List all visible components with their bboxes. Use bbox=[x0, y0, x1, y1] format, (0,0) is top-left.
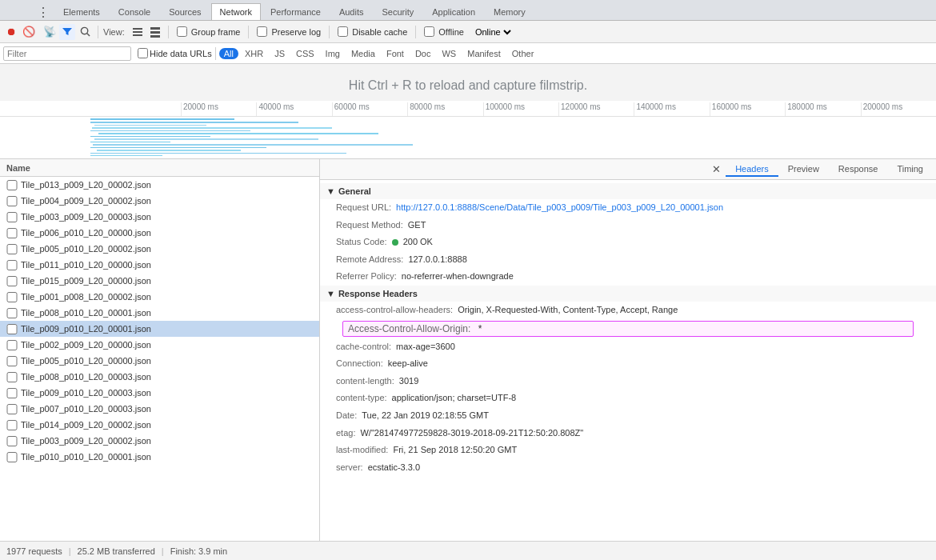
svg-rect-15 bbox=[94, 138, 318, 140]
fetch-xhr-icon[interactable]: 📡 bbox=[42, 24, 58, 40]
devtools-menu-icon[interactable]: ⋮ bbox=[32, 5, 54, 20]
large-rows-icon[interactable] bbox=[147, 24, 163, 40]
file-item-10[interactable]: Tile_p002_p009_L20_00000.json bbox=[0, 337, 319, 353]
file-checkbox-4[interactable] bbox=[6, 244, 18, 254]
response-header-row-5: content-type: application/json; charset=… bbox=[320, 390, 936, 407]
svg-line-1 bbox=[86, 34, 89, 36]
file-checkbox-15[interactable] bbox=[6, 420, 18, 430]
file-item-12[interactable]: Tile_p008_p010_L20_00003.json bbox=[0, 369, 319, 385]
detail-tab-response[interactable]: Response bbox=[829, 162, 888, 177]
filter-css-btn[interactable]: CSS bbox=[291, 48, 319, 59]
filter-other-btn[interactable]: Other bbox=[507, 48, 539, 59]
record-button[interactable]: ⏺ bbox=[3, 24, 19, 40]
offline-checkbox-group[interactable]: Offline bbox=[424, 26, 464, 37]
tab-sources[interactable]: Sources bbox=[160, 3, 210, 20]
file-item-7[interactable]: Tile_p001_p008_L20_00002.json bbox=[0, 289, 319, 305]
filter-font-btn[interactable]: Font bbox=[382, 48, 409, 59]
hide-data-urls-group[interactable]: Hide data URLs bbox=[138, 48, 212, 58]
search-icon[interactable] bbox=[77, 24, 93, 40]
filter-icon[interactable] bbox=[59, 24, 75, 40]
file-checkbox-3[interactable] bbox=[6, 228, 18, 238]
tab-audits[interactable]: Audits bbox=[330, 3, 373, 20]
response-header-value-0: Origin, X-Requested-With, Content-Type, … bbox=[458, 303, 678, 318]
file-checkbox-2[interactable] bbox=[6, 212, 18, 222]
file-checkbox-0[interactable] bbox=[6, 180, 18, 190]
file-item-14[interactable]: Tile_p007_p010_L20_00003.json bbox=[0, 401, 319, 417]
file-item-4[interactable]: Tile_p005_p010_L20_00002.json bbox=[0, 241, 319, 257]
timeline-ruler: 20000 ms 40000 ms 60000 ms 80000 ms 1000… bbox=[0, 102, 936, 117]
general-section-header[interactable]: ▼ General bbox=[320, 183, 936, 199]
response-header-value-5: application/json; charset=UTF-8 bbox=[392, 391, 517, 406]
file-item-11[interactable]: Tile_p005_p010_L20_00000.json bbox=[0, 353, 319, 369]
file-item-15[interactable]: Tile_p014_p009_L20_00002.json bbox=[0, 417, 319, 433]
file-checkbox-1[interactable] bbox=[6, 196, 18, 206]
file-checkbox-16[interactable] bbox=[6, 436, 18, 446]
file-checkbox-13[interactable] bbox=[6, 388, 18, 398]
file-item-2[interactable]: Tile_p003_p009_L20_00003.json bbox=[0, 209, 319, 225]
filter-input[interactable] bbox=[3, 46, 131, 61]
file-checkbox-11[interactable] bbox=[6, 356, 18, 366]
list-view-icon[interactable] bbox=[130, 24, 146, 40]
filter-ws-btn[interactable]: WS bbox=[437, 48, 461, 59]
filter-doc-btn[interactable]: Doc bbox=[410, 48, 436, 59]
detail-body[interactable]: ▼ General Request URL: http://127.0.0.1:… bbox=[320, 180, 936, 541]
file-checkbox-6[interactable] bbox=[6, 276, 18, 286]
file-item-0[interactable]: Tile_p013_p009_L20_00002.json bbox=[0, 177, 319, 193]
detail-close-btn[interactable]: ✕ bbox=[707, 162, 726, 177]
filter-xhr-btn[interactable]: XHR bbox=[240, 48, 268, 59]
response-header-row-7: etag: W/"281474977259828-3019-2018-09-21… bbox=[320, 425, 936, 442]
offline-checkbox[interactable] bbox=[424, 26, 434, 37]
tab-memory[interactable]: Memory bbox=[485, 3, 534, 20]
file-item-3[interactable]: Tile_p006_p010_L20_00000.json bbox=[0, 225, 319, 241]
filter-img-btn[interactable]: Img bbox=[321, 48, 345, 59]
file-checkbox-7[interactable] bbox=[6, 292, 18, 302]
file-item-17[interactable]: Tile_p010_p010_L20_00001.json bbox=[0, 449, 319, 465]
hide-data-urls-checkbox[interactable] bbox=[138, 48, 148, 58]
tab-console[interactable]: Console bbox=[110, 3, 159, 20]
file-name-1: Tile_p004_p009_L20_00002.json bbox=[21, 196, 151, 206]
file-item-8[interactable]: Tile_p008_p010_L20_00001.json bbox=[0, 305, 319, 321]
preserve-log-label: Preserve log bbox=[271, 27, 321, 37]
detail-tab-timing[interactable]: Timing bbox=[887, 162, 933, 177]
file-item-16[interactable]: Tile_p003_p009_L20_00002.json bbox=[0, 433, 319, 449]
preserve-log-checkbox-group[interactable]: Preserve log bbox=[257, 26, 321, 37]
file-checkbox-14[interactable] bbox=[6, 404, 18, 414]
timeline-bars[interactable] bbox=[0, 117, 936, 157]
clear-button[interactable]: 🚫 bbox=[21, 24, 37, 40]
svg-rect-4 bbox=[133, 34, 142, 36]
response-header-value-1: * bbox=[478, 323, 482, 334]
filter-all-btn[interactable]: All bbox=[219, 48, 238, 59]
file-item-9[interactable]: Tile_p009_p010_L20_00001.json bbox=[0, 321, 319, 337]
disable-cache-checkbox-group[interactable]: Disable cache bbox=[338, 26, 407, 37]
file-checkbox-9[interactable] bbox=[6, 324, 18, 334]
tab-performance[interactable]: Performance bbox=[262, 3, 330, 20]
tab-elements[interactable]: Elements bbox=[54, 3, 109, 20]
file-list-scroll[interactable]: Tile_p013_p009_L20_00002.json Tile_p004_… bbox=[0, 177, 319, 541]
detail-tab-headers[interactable]: Headers bbox=[726, 162, 778, 177]
file-item-5[interactable]: Tile_p011_p010_L20_00000.json bbox=[0, 257, 319, 273]
file-checkbox-12[interactable] bbox=[6, 372, 18, 382]
network-toolbar: ⏺ 🚫 📡 View: Group frame Preserve log Dis… bbox=[0, 21, 936, 43]
file-item-1[interactable]: Tile_p004_p009_L20_00002.json bbox=[0, 193, 319, 209]
group-frame-checkbox-group[interactable]: Group frame bbox=[177, 26, 241, 37]
disable-cache-checkbox[interactable] bbox=[338, 26, 348, 37]
tab-security[interactable]: Security bbox=[373, 3, 422, 20]
detail-tab-preview[interactable]: Preview bbox=[778, 162, 829, 177]
preserve-log-checkbox[interactable] bbox=[257, 26, 267, 37]
file-checkbox-5[interactable] bbox=[6, 260, 18, 270]
throttle-select[interactable]: Online bbox=[472, 26, 514, 38]
file-item-13[interactable]: Tile_p009_p010_L20_00003.json bbox=[0, 385, 319, 401]
filter-manifest-btn[interactable]: Manifest bbox=[462, 48, 506, 59]
filter-media-btn[interactable]: Media bbox=[346, 48, 380, 59]
filter-js-btn[interactable]: JS bbox=[270, 48, 290, 59]
file-checkbox-17[interactable] bbox=[6, 452, 18, 462]
file-checkbox-8[interactable] bbox=[6, 308, 18, 318]
tab-network[interactable]: Network bbox=[211, 3, 261, 20]
response-header-value-9: ecstatic-3.3.0 bbox=[368, 461, 420, 475]
file-item-6[interactable]: Tile_p015_p009_L20_00000.json bbox=[0, 273, 319, 289]
response-headers-section-header[interactable]: ▼ Response Headers bbox=[320, 286, 936, 302]
group-frame-checkbox[interactable] bbox=[177, 26, 187, 37]
tab-application[interactable]: Application bbox=[423, 3, 484, 20]
file-checkbox-10[interactable] bbox=[6, 340, 18, 350]
view-label: View: bbox=[103, 27, 125, 37]
